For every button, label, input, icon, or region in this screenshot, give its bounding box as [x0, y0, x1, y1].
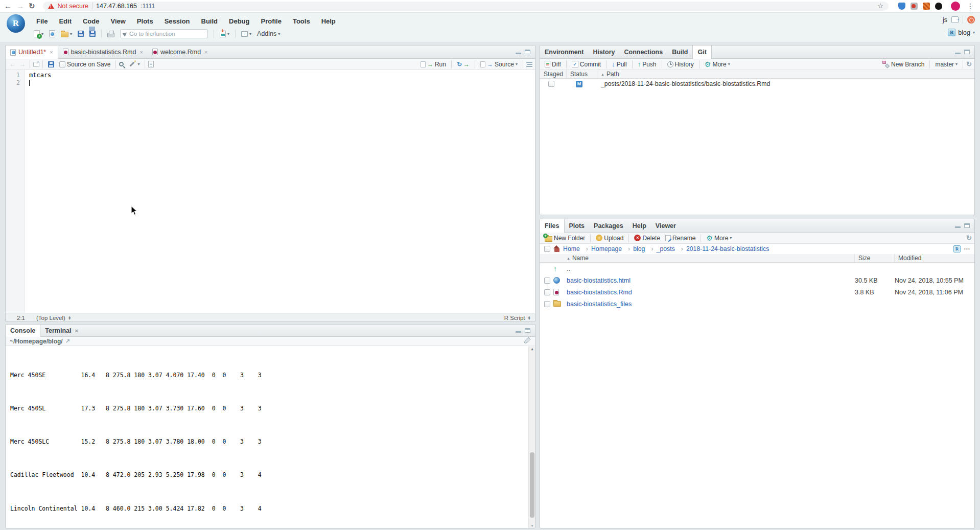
code-editor[interactable]: 1 2 mtcars: [6, 70, 535, 313]
forward-navigation-icon[interactable]: →: [18, 60, 27, 68]
column-staged[interactable]: Staged: [540, 70, 567, 78]
git-file-row[interactable]: M _posts/2018-11-24-basic-biostatistics/…: [540, 79, 974, 89]
document-outline-icon[interactable]: [526, 62, 532, 67]
tab-console[interactable]: Console: [6, 325, 40, 337]
close-tab-icon[interactable]: ×: [75, 328, 78, 334]
minimize-pane-icon[interactable]: [516, 50, 521, 54]
breadcrumb-link[interactable]: 2018-11-24-basic-biostatistics: [678, 245, 769, 252]
close-tab-icon[interactable]: ×: [139, 49, 143, 55]
editor-code-area[interactable]: mtcars: [25, 70, 535, 313]
menu-item[interactable]: Debug: [223, 17, 255, 25]
back-icon[interactable]: ←: [4, 1, 12, 12]
history-button[interactable]: History: [665, 59, 696, 70]
tab-help[interactable]: Help: [628, 219, 651, 232]
column-modified[interactable]: Modified: [895, 254, 974, 262]
project-selector[interactable]: R blog ▾: [948, 29, 975, 36]
maximize-pane-icon[interactable]: [525, 50, 530, 54]
column-path[interactable]: ▲Path: [597, 70, 974, 78]
menu-item[interactable]: Profile: [255, 17, 287, 25]
refresh-icon[interactable]: [966, 60, 972, 68]
breadcrumb-link[interactable]: _posts: [648, 245, 674, 252]
parent-directory-row[interactable]: ..: [540, 263, 974, 274]
save-all-button[interactable]: [87, 28, 98, 39]
compile-report-icon[interactable]: [148, 61, 154, 67]
pane-layout-button[interactable]: ▾: [239, 28, 253, 39]
source-button[interactable]: →Source▾: [478, 59, 520, 70]
extension-icon-blue[interactable]: [898, 3, 905, 10]
find-replace-icon[interactable]: [119, 62, 124, 66]
new-branch-button[interactable]: New Branch: [880, 59, 926, 70]
file-name-link[interactable]: basic-biostatistics.Rmd: [567, 289, 855, 296]
column-status[interactable]: Status: [567, 70, 597, 78]
open-file-button[interactable]: ▾: [59, 28, 74, 39]
breadcrumb-link[interactable]: Home: [563, 245, 580, 252]
open-directory-icon[interactable]: ↗: [65, 338, 70, 344]
scroll-up-icon[interactable]: ▲: [529, 346, 535, 352]
tab-untitled1[interactable]: Untitled1* ×: [6, 45, 58, 59]
minimize-pane-icon[interactable]: [516, 328, 521, 333]
column-name[interactable]: ▲Name: [567, 254, 855, 262]
rerun-button[interactable]: ↻→: [455, 59, 472, 70]
upload-button[interactable]: ↑Upload: [594, 233, 625, 244]
breadcrumb-link[interactable]: blog: [625, 245, 645, 252]
file-row[interactable]: basic-biostatistics.Rmd 3.8 KB Nov 24, 2…: [540, 286, 974, 298]
commit-button[interactable]: ✓Commit: [570, 59, 603, 70]
staged-checkbox[interactable]: [548, 81, 554, 87]
column-size[interactable]: Size: [855, 254, 895, 262]
file-row[interactable]: basic-biostatistics.html 30.5 KB Nov 24,…: [540, 274, 974, 286]
tab-viewer[interactable]: Viewer: [651, 219, 681, 232]
file-name-link[interactable]: basic-biostatistics_files: [567, 301, 855, 308]
tab-git[interactable]: Git: [692, 45, 711, 59]
code-tools-button[interactable]: ▾: [127, 59, 142, 70]
file-checkbox[interactable]: [544, 278, 550, 284]
source-on-save-checkbox[interactable]: Source on Save: [57, 59, 112, 70]
refresh-icon[interactable]: [966, 234, 972, 242]
project-directory-icon[interactable]: R: [953, 245, 961, 252]
tab-files[interactable]: Files: [540, 219, 565, 233]
tab-history[interactable]: History: [588, 45, 619, 58]
extension-icon-black[interactable]: [935, 3, 942, 10]
maximize-pane-icon[interactable]: [964, 50, 970, 54]
tab-welcome[interactable]: welcome.Rmd ×: [148, 45, 213, 58]
tab-connections[interactable]: Connections: [619, 45, 667, 58]
version-control-button[interactable]: ▾: [218, 28, 231, 39]
home-icon[interactable]: [553, 246, 560, 252]
rename-button[interactable]: Rename: [663, 233, 697, 244]
breadcrumb-link[interactable]: Homepage: [583, 245, 622, 252]
file-row[interactable]: basic-biostatistics_files: [540, 298, 974, 310]
diff-button[interactable]: Diff: [543, 59, 563, 70]
file-checkbox[interactable]: [544, 301, 550, 307]
save-file-button[interactable]: [46, 59, 56, 70]
tab-terminal[interactable]: Terminal×: [40, 325, 83, 336]
tab-basic-biostatistics[interactable]: basic-biostatistics.Rmd ×: [58, 45, 148, 58]
menu-item[interactable]: Help: [316, 17, 341, 25]
push-button[interactable]: ↑Push: [636, 59, 659, 70]
go-to-directory-button[interactable]: ⋯: [964, 245, 970, 252]
console-scrollbar[interactable]: ▲ ▼: [528, 346, 535, 528]
maximize-pane-icon[interactable]: [525, 328, 530, 333]
sign-out-icon[interactable]: [951, 16, 959, 23]
select-all-checkbox[interactable]: [544, 246, 550, 252]
menu-item[interactable]: Session: [159, 17, 196, 25]
save-button[interactable]: [76, 28, 86, 39]
minimize-pane-icon[interactable]: [955, 50, 961, 54]
back-navigation-icon[interactable]: ←: [8, 60, 17, 68]
menu-item[interactable]: File: [31, 17, 53, 25]
files-more-button[interactable]: More▾: [704, 233, 734, 244]
quit-session-icon[interactable]: [967, 16, 975, 24]
tab-packages[interactable]: Packages: [589, 219, 628, 232]
file-name-link[interactable]: basic-biostatistics.html: [567, 277, 855, 284]
goto-file-input[interactable]: [129, 31, 201, 37]
reload-icon[interactable]: ↻: [29, 1, 35, 12]
pull-button[interactable]: ↓Pull: [610, 59, 629, 70]
extension-icon-orange[interactable]: [923, 3, 930, 10]
run-button[interactable]: →Run: [418, 59, 448, 70]
forward-icon[interactable]: →: [16, 1, 24, 12]
scroll-down-icon[interactable]: ▼: [529, 523, 535, 528]
profile-avatar[interactable]: [951, 2, 960, 11]
addins-button[interactable]: Addins▾: [255, 28, 282, 39]
minimize-pane-icon[interactable]: [955, 223, 961, 228]
close-tab-icon[interactable]: ×: [50, 49, 53, 55]
branch-selector[interactable]: master▾: [933, 59, 960, 70]
parent-directory-label[interactable]: ..: [567, 265, 855, 272]
